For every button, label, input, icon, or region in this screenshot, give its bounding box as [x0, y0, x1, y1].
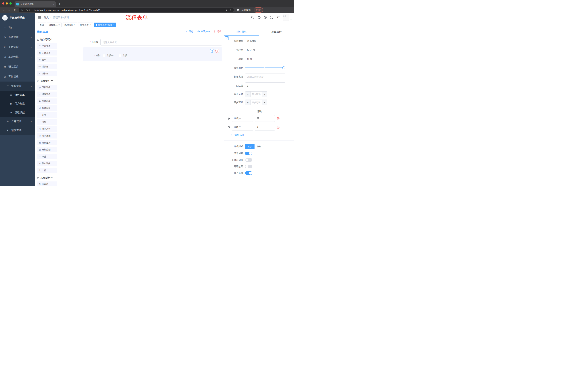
forward-icon[interactable]: → — [8, 9, 10, 12]
sidebar-item-system[interactable]: ⚙ 系统管理 ▾ — [0, 32, 35, 42]
close-icon[interactable]: × — [74, 24, 75, 26]
component-time-range[interactable]: ◴时间范围 — [37, 133, 57, 138]
close-icon[interactable]: × — [90, 24, 91, 26]
tag-process-model[interactable]: 流程模型 × — [63, 22, 77, 27]
field-name-input[interactable] — [245, 47, 285, 53]
bookmark-star-icon[interactable]: ☆ — [230, 9, 231, 11]
label-width-input[interactable] — [245, 74, 285, 80]
chevron-down-icon[interactable]: ▾ — [292, 10, 293, 12]
title-input[interactable] — [245, 56, 285, 62]
form-grid-slider[interactable] — [245, 67, 284, 68]
style-button-button[interactable]: 按钮 — [254, 144, 264, 149]
tag-process-form-edit[interactable]: 流程表单-编辑 × — [94, 22, 116, 27]
component-rate[interactable]: ☆评分 — [37, 154, 57, 159]
min-select-value[interactable]: 至少应选 — [251, 92, 262, 97]
bordered-switch[interactable] — [245, 158, 252, 162]
sidebar-item-process-form[interactable]: ▤ 流程表单 — [0, 91, 35, 99]
search-icon[interactable] — [251, 16, 254, 19]
reload-icon[interactable]: ↻ — [13, 8, 16, 12]
remove-option-icon[interactable] — [276, 126, 280, 129]
drag-handle-icon[interactable] — [228, 126, 230, 129]
breadcrumb-home[interactable]: 首页 — [44, 16, 49, 19]
remove-option-icon[interactable] — [276, 117, 280, 120]
sidebar-item-infrastructure[interactable]: ▤ 基础设施 ▾ — [0, 52, 35, 62]
component-cascader[interactable]: ⊢级联选择 — [37, 92, 57, 97]
browser-tab[interactable]: 芋道管理系统 × — [15, 1, 56, 7]
font-size-icon[interactable]: TT — [276, 16, 280, 19]
help-icon[interactable] — [264, 16, 267, 19]
sidebar-fold-icon[interactable] — [38, 16, 41, 19]
link-icon[interactable] — [225, 36, 229, 40]
sidebar-item-process-model[interactable]: ➤ 流程模型 — [0, 108, 35, 117]
decrease-button[interactable]: − — [245, 92, 251, 97]
close-icon[interactable]: × — [58, 24, 60, 26]
view-json-button[interactable]: 查看json — [197, 30, 210, 33]
clear-button[interactable]: 清空 — [213, 30, 221, 33]
gender-option-2-checkbox[interactable]: 选项二 — [119, 54, 129, 57]
tab-close-icon[interactable]: × — [53, 3, 54, 6]
copy-widget-button[interactable] — [210, 49, 214, 53]
new-tab-button[interactable]: + — [59, 2, 61, 6]
required-switch[interactable] — [245, 171, 252, 175]
default-value-input[interactable] — [245, 83, 285, 89]
window-close-button[interactable] — [2, 2, 4, 5]
option-value-input[interactable] — [255, 124, 275, 130]
option-name-input[interactable] — [232, 115, 253, 122]
component-slider[interactable]: ⊷滑块 — [37, 119, 57, 125]
increase-button[interactable]: + — [262, 100, 267, 105]
url-field[interactable]: ⚠ 不安全 | dashboard.yudao.iocoder.cn/bpm/m… — [19, 8, 234, 12]
sidebar-item-devtools[interactable]: ⚒ 研发工具 ▾ — [0, 62, 35, 72]
sidebar-item-task-management[interactable]: ⊩ 任务管理 ▾ — [0, 117, 35, 126]
show-label-switch[interactable] — [245, 152, 252, 155]
component-date-picker[interactable]: ▦日期选择 — [37, 140, 57, 145]
tab-form-props[interactable]: 表单属性 — [259, 28, 294, 36]
option-name-input[interactable] — [232, 124, 253, 130]
close-icon[interactable]: × — [113, 24, 114, 26]
sidebar-item-process-management[interactable]: ☰ 流程管理 ▴ — [0, 82, 35, 91]
component-multi-text[interactable]: ▤多行文本 — [37, 50, 57, 55]
caret-down-icon[interactable]: ▾ — [291, 18, 292, 20]
component-password[interactable]: ⊠密码 — [37, 57, 57, 63]
component-row-container[interactable]: ⊞行容器 — [37, 181, 57, 186]
component-color-picker[interactable]: ⊛颜色选择 — [37, 161, 57, 166]
github-icon[interactable] — [257, 16, 261, 19]
sidebar-item-user-group[interactable]: ☻ 用户分组 — [0, 99, 35, 108]
sidebar-item-leave-query[interactable]: ♟ 请假查询 — [0, 126, 35, 135]
decrease-button[interactable]: − — [245, 100, 251, 105]
option-value-input[interactable] — [255, 115, 275, 122]
disabled-switch[interactable] — [245, 165, 252, 168]
slider-handle[interactable] — [282, 66, 285, 69]
gender-option-1-checkbox[interactable]: 选项一 — [103, 54, 114, 57]
component-single-text[interactable]: ▭单行文本 — [37, 43, 57, 49]
component-select[interactable]: ◎下拉选择 — [37, 85, 57, 90]
fullscreen-icon[interactable] — [270, 16, 274, 19]
sidebar-item-payment[interactable]: ¥ 支付管理 ▾ — [0, 42, 35, 52]
tag-process-form[interactable]: 流程表单 × — [78, 22, 93, 27]
browser-menu-icon[interactable]: ⋮ — [266, 8, 269, 12]
gender-widget[interactable]: *性别 选项一 选项二 — [83, 47, 222, 61]
component-checkbox-group[interactable]: ☑多选框组 — [37, 105, 57, 111]
component-upload[interactable]: ↥上传 — [37, 168, 57, 173]
component-radio-group[interactable]: ◉单选框组 — [37, 98, 57, 104]
max-select-value[interactable]: 最多可选 — [251, 100, 262, 105]
component-switch[interactable]: ⊸开关 — [37, 112, 57, 118]
sidebar-item-workflow[interactable]: ⊞ 工作流程 ▴ — [0, 72, 35, 82]
component-type-select[interactable]: 多选框组 ▾ — [245, 38, 285, 44]
window-minimize-button[interactable] — [6, 2, 8, 5]
sidebar-item-home[interactable]: ◔ 首页 — [0, 22, 35, 32]
drag-handle-icon[interactable] — [228, 117, 230, 120]
add-option-button[interactable]: 添加选项 — [231, 133, 244, 137]
increase-button[interactable]: + — [262, 92, 267, 97]
tag-process-definition[interactable]: 流程定义 × — [47, 22, 62, 27]
delete-widget-button[interactable] — [215, 49, 220, 53]
back-icon[interactable]: ← — [2, 9, 5, 12]
component-time-picker[interactable]: ◷时间选择 — [37, 126, 57, 132]
component-counter[interactable]: 123计数器 — [37, 64, 57, 69]
save-button[interactable]: ✓ 保存 — [186, 30, 193, 33]
phone-input[interactable] — [100, 39, 222, 45]
password-key-icon[interactable] — [225, 9, 228, 11]
browser-update-button[interactable]: 更新 — [254, 8, 263, 12]
palette-title[interactable]: 流程表单 — [37, 30, 48, 34]
phone-widget[interactable]: *手机号 — [83, 39, 222, 45]
tab-component-props[interactable]: 组件属性 — [224, 28, 259, 36]
